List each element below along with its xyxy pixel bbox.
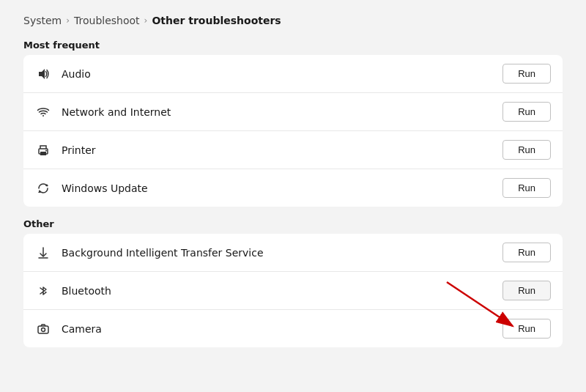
- breadcrumb-current: Other troubleshooters: [152, 15, 281, 26]
- list-item: Printer Run: [23, 131, 563, 169]
- bits-label: Background Intelligent Transfer Service: [62, 247, 492, 259]
- audio-run-button[interactable]: Run: [502, 64, 551, 84]
- other-list: Background Intelligent Transfer Service …: [23, 234, 563, 347]
- svg-rect-8: [38, 326, 48, 333]
- settings-page: System › Troubleshoot › Other troublesho…: [0, 0, 586, 392]
- printer-run-button[interactable]: Run: [502, 140, 551, 160]
- bluetooth-label: Bluetooth: [62, 285, 492, 297]
- network-label: Network and Internet: [62, 106, 492, 118]
- svg-rect-2: [40, 152, 46, 155]
- list-item: Audio Run: [23, 55, 563, 93]
- svg-point-3: [45, 149, 47, 151]
- svg-marker-0: [39, 69, 45, 79]
- windows-update-run-button[interactable]: Run: [502, 178, 551, 198]
- printer-icon: [35, 142, 51, 158]
- breadcrumb-troubleshoot[interactable]: Troubleshoot: [74, 15, 140, 26]
- bluetooth-run-button[interactable]: Run: [502, 281, 551, 300]
- camera-run-button[interactable]: Run: [502, 319, 551, 339]
- bluetooth-list-item: Bluetooth Run: [23, 272, 563, 310]
- camera-icon: [35, 321, 51, 337]
- most-frequent-list: Audio Run Network and Internet Run: [23, 55, 563, 207]
- breadcrumb: System › Troubleshoot › Other troublesho…: [23, 15, 563, 26]
- list-item: Network and Internet Run: [23, 93, 563, 131]
- svg-point-9: [42, 328, 45, 331]
- breadcrumb-chevron-2: ›: [144, 15, 148, 26]
- list-item: Background Intelligent Transfer Service …: [23, 234, 563, 272]
- bluetooth-icon: [35, 283, 51, 299]
- windows-update-label: Windows Update: [62, 182, 492, 194]
- section-label-other: Other: [23, 218, 563, 229]
- list-item: Camera Run: [23, 310, 563, 347]
- breadcrumb-system[interactable]: System: [23, 15, 62, 26]
- windows-update-icon: [35, 180, 51, 196]
- audio-label: Audio: [62, 68, 492, 80]
- list-item: Windows Update Run: [23, 169, 563, 207]
- section-label-most-frequent: Most frequent: [23, 40, 563, 51]
- network-run-button[interactable]: Run: [502, 102, 551, 122]
- bits-icon: [35, 245, 51, 261]
- audio-icon: [35, 66, 51, 82]
- bits-run-button[interactable]: Run: [502, 243, 551, 262]
- network-icon: [35, 104, 51, 120]
- printer-label: Printer: [62, 144, 492, 156]
- breadcrumb-chevron-1: ›: [66, 15, 70, 26]
- camera-label: Camera: [62, 323, 492, 335]
